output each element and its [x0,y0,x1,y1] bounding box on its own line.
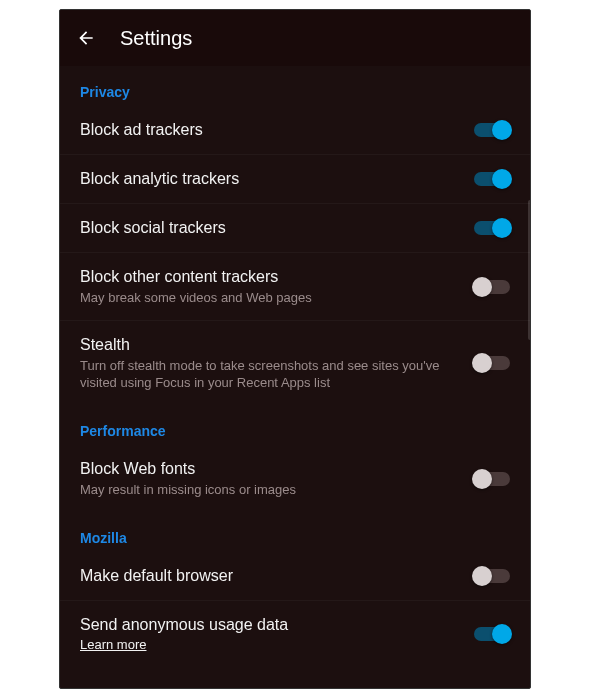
row-subtitle: May result in missing icons or images [80,481,458,498]
row-title: Block analytic trackers [80,169,458,189]
row-text: Block other content trackers May break s… [80,267,474,306]
row-subtitle: May break some videos and Web pages [80,289,458,306]
row-title: Make default browser [80,566,458,586]
toggle-knob [472,353,492,373]
row-text: Send anonymous usage data Learn more [80,615,474,653]
row-text: Block Web fonts May result in missing ic… [80,459,474,498]
row-send-anonymous-data[interactable]: Send anonymous usage data Learn more [60,601,530,667]
row-title: Block social trackers [80,218,458,238]
settings-list: Privacy Block ad trackers Block analytic… [60,66,530,667]
row-text: Make default browser [80,566,474,586]
toggle-block-social-trackers[interactable] [474,221,510,235]
row-make-default-browser[interactable]: Make default browser [60,552,530,601]
row-text: Stealth Turn off stealth mode to take sc… [80,335,474,391]
toggle-knob [492,120,512,140]
edge-scroll-indicator [528,200,531,340]
toggle-block-analytic-trackers[interactable] [474,172,510,186]
section-performance-header: Performance [60,405,530,445]
app-header: Settings [60,10,530,66]
row-title: Stealth [80,335,458,355]
toggle-knob [472,566,492,586]
back-button[interactable] [72,24,100,52]
toggle-block-other-trackers[interactable] [474,280,510,294]
toggle-stealth[interactable] [474,356,510,370]
row-subtitle: Turn off stealth mode to take screenshot… [80,357,458,391]
section-privacy-header: Privacy [60,66,530,106]
toggle-knob [492,218,512,238]
page-title: Settings [120,27,192,50]
toggle-knob [492,169,512,189]
section-mozilla-header: Mozilla [60,512,530,552]
row-block-social-trackers[interactable]: Block social trackers [60,204,530,253]
learn-more-link[interactable]: Learn more [80,637,146,652]
row-stealth[interactable]: Stealth Turn off stealth mode to take sc… [60,321,530,405]
toggle-knob [472,277,492,297]
row-block-other-trackers[interactable]: Block other content trackers May break s… [60,253,530,321]
row-block-web-fonts[interactable]: Block Web fonts May result in missing ic… [60,445,530,512]
arrow-back-icon [76,28,96,48]
row-title: Block other content trackers [80,267,458,287]
toggle-send-anonymous-data[interactable] [474,627,510,641]
toggle-knob [492,624,512,644]
toggle-block-ad-trackers[interactable] [474,123,510,137]
settings-screen: Settings Privacy Block ad trackers Block… [59,9,531,689]
row-text: Block ad trackers [80,120,474,140]
row-text: Block social trackers [80,218,474,238]
toggle-block-web-fonts[interactable] [474,472,510,486]
row-block-ad-trackers[interactable]: Block ad trackers [60,106,530,155]
row-block-analytic-trackers[interactable]: Block analytic trackers [60,155,530,204]
row-title: Block Web fonts [80,459,458,479]
row-text: Block analytic trackers [80,169,474,189]
toggle-knob [472,469,492,489]
row-title: Block ad trackers [80,120,458,140]
row-title: Send anonymous usage data [80,615,458,635]
toggle-make-default-browser[interactable] [474,569,510,583]
